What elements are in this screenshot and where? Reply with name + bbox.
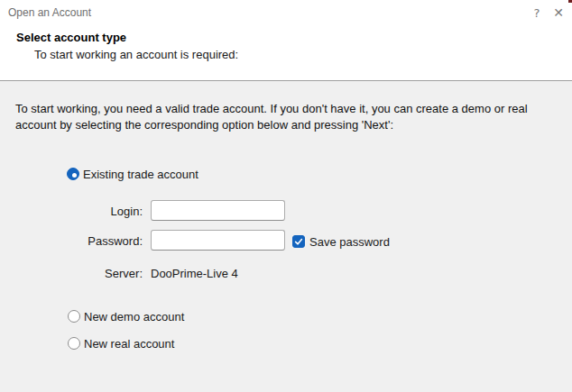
title-bar[interactable]: Open an Account ? ✕ bbox=[0, 0, 572, 25]
save-password-label: Save password bbox=[309, 235, 390, 249]
checkbox-checked-icon bbox=[292, 235, 305, 248]
wizard-header: Select account type To start working an … bbox=[0, 25, 572, 80]
radio-unselected-icon bbox=[68, 310, 80, 323]
window-title: Open an Account bbox=[8, 6, 91, 19]
radio-demo-label: New demo account bbox=[84, 310, 184, 324]
close-button[interactable]: ✕ bbox=[545, 0, 572, 25]
password-input[interactable] bbox=[151, 230, 285, 251]
screen-edge-artifact bbox=[568, 0, 572, 3]
intro-text: To start working, you need a valid trade… bbox=[15, 101, 560, 133]
radio-selected-icon bbox=[67, 168, 79, 180]
login-label: Login: bbox=[16, 205, 143, 218]
page-title: Select account type bbox=[16, 31, 126, 44]
password-label: Password: bbox=[16, 234, 143, 248]
radio-existing-label: Existing trade account bbox=[83, 168, 198, 181]
login-input[interactable] bbox=[151, 200, 285, 221]
server-label: Server: bbox=[16, 267, 143, 280]
radio-real-label: New real account bbox=[84, 337, 174, 351]
dialog-body: To start working, you need a valid trade… bbox=[0, 81, 572, 392]
server-value: DooPrime-Live 4 bbox=[151, 267, 238, 280]
radio-unselected-icon bbox=[68, 337, 80, 350]
page-subtitle: To start working an account is required: bbox=[34, 48, 238, 61]
open-account-dialog: Open an Account ? ✕ Select account type … bbox=[0, 0, 572, 392]
